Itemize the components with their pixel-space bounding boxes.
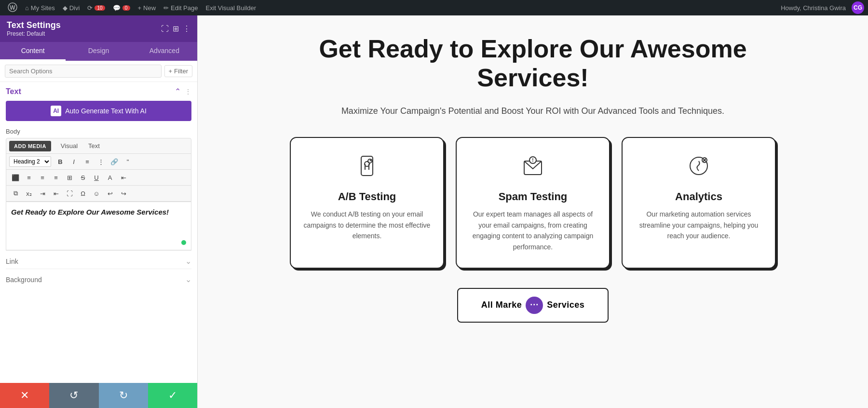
add-media-button[interactable]: ADD MEDIA xyxy=(9,141,51,151)
section-icons: ⌃ ⋮ xyxy=(175,87,191,96)
ordered-list-button[interactable]: ⋮ xyxy=(95,155,107,168)
visual-tab[interactable]: Visual xyxy=(56,140,82,151)
filter-button[interactable]: + Filter xyxy=(164,65,192,77)
analytics-desc: Our marketing automation services stream… xyxy=(634,209,763,241)
redo-history-button[interactable]: ↻ xyxy=(99,383,148,408)
spam-testing-card: ! Spam Testing Our expert team manages a… xyxy=(456,137,610,269)
link-section-title: Link xyxy=(6,258,18,265)
background-section[interactable]: Background ⌄ xyxy=(6,269,191,287)
divi-icon: ◆ xyxy=(63,4,68,12)
strikethrough-button[interactable]: S xyxy=(77,171,89,184)
ai-generate-button[interactable]: AI Auto Generate Text With AI xyxy=(6,101,191,121)
left-panel: Text Settings Preset: Default ⛶ ⊞ ⋮ Cont… xyxy=(0,15,198,408)
link-chevron-down-icon: ⌄ xyxy=(185,257,191,266)
align-left-button[interactable]: ⬛ xyxy=(9,171,22,184)
chevron-up-icon[interactable]: ⌃ xyxy=(175,87,181,96)
ab-testing-icon xyxy=(354,153,380,183)
exit-builder-menu[interactable]: Exit Visual Builder xyxy=(202,0,260,15)
panel-preset[interactable]: Preset: Default xyxy=(7,30,61,37)
outdent-button[interactable]: ⇤ xyxy=(50,187,62,200)
spam-testing-desc: Our expert team manages all aspects of y… xyxy=(468,209,597,252)
ab-testing-card: A/B Testing We conduct A/B testing on yo… xyxy=(290,137,444,269)
ai-icon: AI xyxy=(51,106,61,116)
link-button[interactable]: 🔗 xyxy=(108,155,121,168)
link-section[interactable]: Link ⌄ xyxy=(6,250,191,269)
italic-button[interactable]: I xyxy=(68,155,80,168)
blockquote-button[interactable]: " xyxy=(122,155,134,168)
align-justify-button[interactable]: ≡ xyxy=(50,171,62,184)
emoji-button[interactable]: ☺ xyxy=(90,187,103,200)
updates-menu[interactable]: ⟳ 10 xyxy=(83,0,108,15)
text-section-header: Text ⌃ ⋮ xyxy=(6,87,191,96)
divi-menu[interactable]: ◆ Divi xyxy=(59,0,84,15)
ab-testing-desc: We conduct A/B testing on your email cam… xyxy=(302,209,432,241)
undo-history-button[interactable]: ↺ xyxy=(49,383,98,408)
editor-toolbar: ADD MEDIA Visual Text Heading 2 Heading … xyxy=(6,138,191,202)
edit-page-menu[interactable]: ✏ Edit Page xyxy=(160,0,202,15)
editor-toolbar-top: ADD MEDIA Visual Text xyxy=(6,138,191,154)
panel-header-left: Text Settings Preset: Default xyxy=(7,20,61,37)
comment-icon: 💬 xyxy=(113,4,121,12)
content-area: Text Settings Preset: Default ⛶ ⊞ ⋮ Cont… xyxy=(0,15,868,408)
toolbar-row-1: Heading 2 Heading 1 Heading 3 Paragraph … xyxy=(6,154,191,170)
tab-content[interactable]: Content xyxy=(0,42,66,61)
search-input[interactable] xyxy=(5,65,162,78)
howdy-text: Howdy, Christina Gwira xyxy=(777,4,850,12)
toolbar-row-2: ⬛ ≡ ≡ ≡ ⊞ S U A ⇤ xyxy=(6,170,191,186)
subscript-button[interactable]: x₂ xyxy=(23,187,35,200)
table-button[interactable]: ⊞ xyxy=(63,171,76,184)
background-section-title: Background xyxy=(6,276,42,284)
admin-bar-right: Howdy, Christina Gwira CG xyxy=(777,1,864,14)
tab-advanced[interactable]: Advanced xyxy=(132,42,197,61)
sites-icon: ⌂ xyxy=(25,4,29,12)
filter-icon: + xyxy=(169,68,173,75)
text-section-title: Text xyxy=(6,87,21,96)
bottom-bar: ✕ ↺ ↻ ✓ xyxy=(0,383,197,408)
heading-select[interactable]: Heading 2 Heading 1 Heading 3 Paragraph xyxy=(9,156,51,167)
cta-dots: ··· xyxy=(526,297,543,314)
tab-design[interactable]: Design xyxy=(66,42,131,61)
align-right-button[interactable]: ≡ xyxy=(36,171,49,184)
ab-testing-title: A/B Testing xyxy=(338,190,396,203)
cta-button[interactable]: All Marke ··· Services xyxy=(457,288,609,323)
fullscreen-button[interactable]: ⛶ xyxy=(63,187,76,200)
cta-label-right: Services xyxy=(547,300,584,310)
svg-text:!: ! xyxy=(532,158,533,163)
underline-button[interactable]: U xyxy=(90,171,103,184)
save-button[interactable]: ✓ xyxy=(148,383,197,408)
expand-icon[interactable]: ⛶ xyxy=(161,25,169,33)
bold-button[interactable]: B xyxy=(54,155,67,168)
align-center-button[interactable]: ≡ xyxy=(23,171,35,184)
spam-testing-title: Spam Testing xyxy=(499,190,568,203)
columns-icon[interactable]: ⊞ xyxy=(173,24,179,33)
svg-text:W: W xyxy=(10,4,15,11)
wp-icon: W xyxy=(8,2,17,14)
unordered-list-button[interactable]: ≡ xyxy=(81,155,94,168)
comments-menu[interactable]: 💬 0 xyxy=(109,0,134,15)
plus-icon: + xyxy=(138,4,142,12)
right-preview: Get Ready to Explore Our Awesome Service… xyxy=(198,15,868,408)
panel-header-icons: ⛶ ⊞ ⋮ xyxy=(161,24,190,33)
more-icon[interactable]: ⋮ xyxy=(183,24,190,33)
analytics-icon xyxy=(686,153,711,183)
cancel-button[interactable]: ✕ xyxy=(0,383,49,408)
cta-label-left: All Marke xyxy=(481,300,522,310)
panel-tabs: Content Design Advanced xyxy=(0,42,197,61)
special-char-button[interactable]: Ω xyxy=(77,187,89,200)
section-more-icon[interactable]: ⋮ xyxy=(185,88,191,95)
editor-content[interactable]: Get Ready to Explore Our Awesome Service… xyxy=(6,202,191,250)
undo-button[interactable]: ↩ xyxy=(104,187,116,200)
paste-button[interactable]: ⧉ xyxy=(9,187,22,200)
indent-button[interactable]: ⇥ xyxy=(36,187,49,200)
my-sites-menu[interactable]: ⌂ My Sites xyxy=(21,0,59,15)
admin-bar: W ⌂ My Sites ◆ Divi ⟳ 10 💬 0 + New ✏ Edi… xyxy=(0,0,868,15)
background-chevron-down-icon: ⌄ xyxy=(185,275,191,284)
wp-logo[interactable]: W xyxy=(4,0,21,15)
text-color-button[interactable]: A xyxy=(104,171,116,184)
search-bar: + Filter xyxy=(0,61,197,82)
new-menu[interactable]: + New xyxy=(134,0,160,15)
redo-button[interactable]: ↪ xyxy=(117,187,130,200)
comments-badge: 0 xyxy=(122,5,130,11)
indent-decrease-button[interactable]: ⇤ xyxy=(117,171,130,184)
text-tab[interactable]: Text xyxy=(83,140,105,151)
